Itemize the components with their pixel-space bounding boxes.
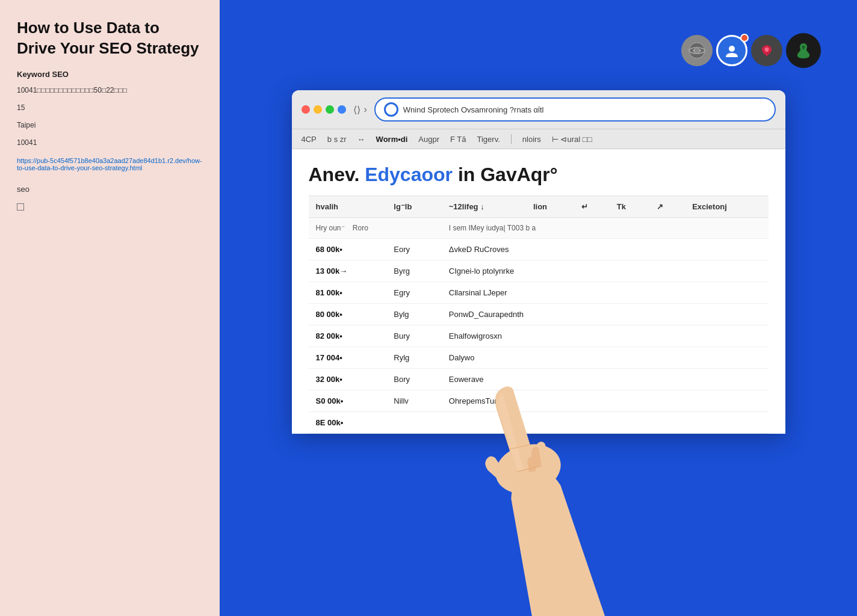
top-icon-3[interactable] <box>751 35 782 66</box>
sidebar-url[interactable]: https://pub-5c454f571b8e40a3a2aad27ade84… <box>17 157 203 171</box>
nav-item-worm[interactable]: Worm•di <box>376 135 408 144</box>
page-title: How to Use Data to Drive Your SEO Strate… <box>17 18 203 59</box>
table-row: 68 00k• Eory ΔvkeD RuCroves <box>309 239 769 260</box>
th-arrow2: ↗ <box>649 196 685 218</box>
data-table: hvalih lg⁻lb ~12lifeg ↓ lion ↵ Tk ↗ Exci… <box>309 196 769 434</box>
table-row: 13 00k→ Byrg CIgnei-lo ptolynrke <box>309 260 769 282</box>
th-lglb: lg⁻lb <box>386 196 441 218</box>
th-12lifeg: ~12lifeg ↓ <box>442 196 526 218</box>
top-icon-4[interactable] <box>786 33 821 68</box>
nav-divider <box>511 134 512 144</box>
th-tk: Tk <box>610 196 649 218</box>
sidebar-meta-code: 10041 <box>17 137 203 149</box>
table-sub-header-row: Hry oun⁻ Roro I sem IMey iudya| T003 b a <box>309 218 769 239</box>
svg-line-5 <box>516 467 537 472</box>
sub-desc: I sem IMey iudya| T003 b a <box>442 218 769 239</box>
nav-item-tiger[interactable]: Tigerv. <box>477 135 500 144</box>
forward-icon[interactable]: › <box>364 104 367 115</box>
cell-col2: Egry <box>386 282 441 304</box>
title-part4: GavAqr° <box>480 164 557 185</box>
nav-item-2[interactable]: ↔ <box>357 135 365 144</box>
main-area: ⟨⟩ › Wnind Sprotech Ovsamroning ?rnats α… <box>220 0 857 616</box>
cell-col2: Nillv <box>386 390 441 412</box>
address-circle-icon <box>384 102 398 117</box>
sidebar: How to Use Data to Drive Your SEO Strate… <box>0 0 220 616</box>
cell-col2: Byrg <box>386 260 441 282</box>
sub-hry: Hry oun⁻ Roro <box>309 218 442 239</box>
cell-col3: OhrepemsTurare <box>442 390 769 412</box>
address-bar[interactable]: Wnind Sprotech Ovsamroning ?rnats αίtl <box>374 97 776 122</box>
table-row: 81 00k• Egry Cllarsinal LJeper <box>309 282 769 304</box>
cell-vol: 82 00k• <box>309 325 387 347</box>
cell-col3: ΔvkeD RuCroves <box>442 239 769 260</box>
sidebar-meta-city: Taipei <box>17 120 203 131</box>
table-row: 82 00k• Bury Ehalfowigrosxn <box>309 325 769 347</box>
top-icons-container <box>681 33 821 68</box>
cell-col3: Ehalfowigrosxn <box>442 325 769 347</box>
table-row: S0 00k• Nillv OhrepemsTurare <box>309 390 769 412</box>
nav-item-ural[interactable]: ⊢ ⊲ural □□ <box>552 135 592 144</box>
cell-col2: Bory <box>386 369 441 390</box>
nav-item-0[interactable]: 4CP <box>302 135 317 144</box>
cell-vol: 81 00k• <box>309 282 387 304</box>
cell-vol: 80 00k• <box>309 304 387 325</box>
svg-point-4 <box>490 437 566 501</box>
table-row: 8E 00k• <box>309 412 769 434</box>
tl-yellow[interactable] <box>314 105 322 114</box>
svg-point-3 <box>729 46 735 52</box>
browser-window: ⟨⟩ › Wnind Sprotech Ovsamroning ?rnats α… <box>292 90 785 434</box>
sidebar-meta-line2: 15 <box>17 102 203 114</box>
cell-col2: Rylg <box>386 347 441 369</box>
th-arrow: ↵ <box>574 196 610 218</box>
browser-nav: 4CP b s zr ↔ Worm•di Augpr F Tā Tigerv. … <box>292 129 785 149</box>
nav-buttons: ⟨⟩ › <box>353 104 367 116</box>
cell-vol: 13 00k→ <box>309 260 387 282</box>
cell-vol: 8E 00k• <box>309 412 387 434</box>
top-icon-1[interactable] <box>681 35 713 66</box>
cell-col2 <box>386 412 441 434</box>
top-icon-2-wrapper <box>716 35 747 66</box>
nav-item-1[interactable]: b s zr <box>327 135 347 144</box>
cell-col3 <box>442 412 769 434</box>
cell-col2: Bylg <box>386 304 441 325</box>
nav-item-nloirs[interactable]: nloirs <box>522 135 541 144</box>
svg-line-6 <box>509 444 530 451</box>
cell-col3: PonwD_Caurapednth <box>442 304 769 325</box>
tl-green[interactable] <box>326 105 334 114</box>
tl-blue[interactable] <box>338 105 346 114</box>
title-part3: in <box>453 164 480 185</box>
cell-vol: 32 00k• <box>309 369 387 390</box>
th-hvalih: hvalih <box>309 196 387 218</box>
th-excietonj: Excietonj <box>685 196 768 218</box>
cell-col2: Eory <box>386 239 441 260</box>
cell-col3: CIgnei-lo ptolynrke <box>442 260 769 282</box>
traffic-lights <box>302 105 346 114</box>
title-part1: Anev. <box>309 164 365 185</box>
cell-col3: Eowerave <box>442 369 769 390</box>
cell-col2: Bury <box>386 325 441 347</box>
browser-toolbar: ⟨⟩ › Wnind Sprotech Ovsamroning ?rnats α… <box>292 90 785 129</box>
svg-point-1 <box>695 48 699 53</box>
cell-col3: Dalywo <box>442 347 769 369</box>
table-row: 80 00k• Bylg PonwD_Caurapednth <box>309 304 769 325</box>
th-lion: lion <box>526 196 574 218</box>
cell-col3: Cllarsinal LJeper <box>442 282 769 304</box>
sidebar-icon: □ <box>17 200 203 214</box>
sidebar-label: Keyword SEO <box>17 70 203 79</box>
nav-item-ta[interactable]: F Tā <box>450 135 466 144</box>
notification-dot <box>740 34 749 42</box>
browser-content: Anev. Edycaoor in GavAqr° hvalih lg⁻lb ~… <box>292 149 785 434</box>
nav-item-augpr[interactable]: Augpr <box>418 135 439 144</box>
table-row: 17 004• Rylg Dalywo <box>309 347 769 369</box>
cell-vol: 17 004• <box>309 347 387 369</box>
address-text: Wnind Sprotech Ovsamroning ?rnats αίtl <box>403 105 766 114</box>
table-header-row: hvalih lg⁻lb ~12lifeg ↓ lion ↵ Tk ↗ Exci… <box>309 196 769 218</box>
sidebar-meta-line1: 10041□□□□□□□□□□□□□50□22□□□ <box>17 85 203 96</box>
cell-vol: S0 00k• <box>309 390 387 412</box>
title-part2: Edycaoor <box>365 164 453 185</box>
content-title: Anev. Edycaoor in GavAqr° <box>309 164 769 186</box>
back-icon[interactable]: ⟨⟩ <box>353 104 360 116</box>
tl-red[interactable] <box>302 105 310 114</box>
table-row: 32 00k• Bory Eowerave <box>309 369 769 390</box>
cell-vol: 68 00k• <box>309 239 387 260</box>
